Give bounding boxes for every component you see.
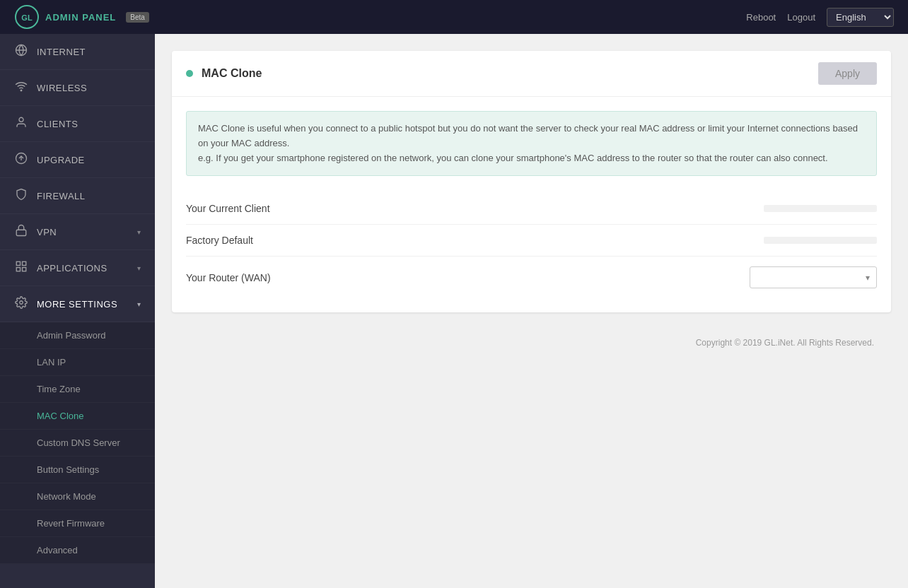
mac-clone-label: MAC Clone: [37, 411, 83, 421]
header: GL ADMIN PANEL Beta Reboot Logout Englis…: [0, 0, 908, 34]
sidebar-item-firewall[interactable]: FIREWALL: [0, 178, 155, 214]
upgrade-icon: [14, 152, 28, 167]
clients-icon: [14, 116, 28, 131]
sidebar-item-vpn[interactable]: VPN ▾: [0, 214, 155, 250]
header-actions: Reboot Logout English Chinese Japanese F…: [746, 8, 894, 27]
submenu-item-button-settings[interactable]: Button Settings: [0, 457, 155, 483]
factory-default-value: [327, 237, 877, 244]
internet-icon: [14, 44, 28, 59]
router-wan-label: Your Router (WAN): [186, 272, 327, 283]
svg-rect-9: [23, 261, 26, 265]
sidebar-item-internet[interactable]: INTERNET: [0, 34, 155, 70]
info-box: MAC Clone is useful when you connect to …: [186, 111, 877, 176]
sidebar-label-wireless: WIRELESS: [37, 83, 87, 93]
factory-default-mac-display: [764, 237, 877, 244]
layout: INTERNET WIRELESS CLIENTS UPGRADE FIREWA…: [0, 34, 908, 588]
current-client-value: [327, 205, 877, 212]
advanced-label: Advanced: [37, 545, 78, 555]
svg-rect-7: [16, 230, 26, 235]
sidebar-label-more-settings: MORE SETTINGS: [37, 299, 117, 310]
submenu-item-custom-dns[interactable]: Custom DNS Server: [0, 430, 155, 457]
router-wan-value: Current Client Factory Default: [327, 266, 877, 288]
more-settings-submenu: Admin Password LAN IP Time Zone MAC Clon…: [0, 322, 155, 564]
mac-clone-card: MAC Clone Apply MAC Clone is useful when…: [172, 51, 891, 312]
wireless-icon: [14, 80, 28, 95]
svg-point-12: [20, 301, 23, 305]
time-zone-label: Time Zone: [37, 384, 81, 394]
lan-ip-label: LAN IP: [37, 357, 66, 368]
footer: Copyright © 2019 GL.iNet. All Rights Res…: [172, 327, 891, 359]
router-wan-select-wrapper: Current Client Factory Default: [750, 266, 877, 288]
admin-panel-title: ADMIN PANEL: [45, 12, 116, 23]
svg-rect-8: [16, 261, 20, 265]
submenu-item-network-mode[interactable]: Network Mode: [0, 483, 155, 510]
card-header: MAC Clone Apply: [172, 51, 891, 97]
sidebar-label-applications: APPLICATIONS: [37, 263, 107, 274]
sidebar-item-upgrade[interactable]: UPGRADE: [0, 142, 155, 178]
sidebar-label-clients: CLIENTS: [37, 119, 78, 129]
submenu-item-admin-password[interactable]: Admin Password: [0, 322, 155, 349]
apply-button[interactable]: Apply: [818, 62, 877, 85]
logout-button[interactable]: Logout: [787, 12, 815, 23]
vpn-icon: [14, 224, 28, 240]
copyright-text: Copyright © 2019 GL.iNet. All Rights Res…: [696, 338, 874, 348]
sidebar-label-firewall: FIREWALL: [37, 191, 86, 201]
sidebar-label-internet: INTERNET: [37, 47, 86, 57]
network-mode-label: Network Mode: [37, 491, 96, 502]
factory-default-label: Factory Default: [186, 235, 327, 246]
sidebar-label-upgrade: UPGRADE: [37, 155, 85, 165]
beta-badge: Beta: [126, 12, 149, 23]
applications-arrow-icon: ▾: [137, 264, 141, 272]
svg-point-3: [21, 90, 22, 91]
applications-icon: [14, 260, 28, 276]
sidebar: INTERNET WIRELESS CLIENTS UPGRADE FIREWA…: [0, 34, 155, 588]
firewall-icon: [14, 188, 28, 204]
button-settings-label: Button Settings: [37, 464, 99, 475]
submenu-item-advanced[interactable]: Advanced: [0, 537, 155, 564]
svg-text:GL: GL: [21, 13, 33, 22]
language-select[interactable]: English Chinese Japanese French Spanish: [827, 8, 894, 27]
svg-rect-11: [16, 268, 20, 271]
custom-dns-label: Custom DNS Server: [37, 437, 120, 448]
current-client-mac-display: [764, 205, 877, 212]
sidebar-item-wireless[interactable]: WIRELESS: [0, 70, 155, 106]
sidebar-label-vpn: VPN: [37, 227, 57, 237]
vpn-arrow-icon: ▾: [137, 228, 141, 236]
svg-point-4: [19, 117, 23, 122]
svg-rect-10: [23, 268, 26, 271]
status-dot: [186, 70, 193, 77]
gl-inet-logo: GL: [14, 4, 40, 30]
submenu-item-revert-firmware[interactable]: Revert Firmware: [0, 510, 155, 537]
info-text: MAC Clone is useful when you connect to …: [198, 123, 858, 163]
card-title: MAC Clone: [202, 67, 818, 80]
reboot-button[interactable]: Reboot: [746, 12, 776, 23]
current-client-row: Your Current Client: [186, 193, 877, 225]
sidebar-item-applications[interactable]: APPLICATIONS ▾: [0, 250, 155, 286]
admin-password-label: Admin Password: [37, 330, 106, 341]
current-client-label: Your Current Client: [186, 203, 327, 214]
router-wan-row: Your Router (WAN) Current Client Factory…: [186, 257, 877, 298]
more-settings-arrow-icon: ▾: [137, 300, 141, 308]
sidebar-item-more-settings[interactable]: MORE SETTINGS ▾: [0, 286, 155, 322]
main-content: MAC Clone Apply MAC Clone is useful when…: [155, 34, 908, 588]
submenu-item-lan-ip[interactable]: LAN IP: [0, 349, 155, 376]
submenu-item-mac-clone[interactable]: MAC Clone: [0, 403, 155, 430]
revert-firmware-label: Revert Firmware: [37, 518, 105, 529]
sidebar-item-clients[interactable]: CLIENTS: [0, 106, 155, 142]
factory-default-row: Factory Default: [186, 225, 877, 257]
submenu-item-time-zone[interactable]: Time Zone: [0, 376, 155, 403]
card-body: MAC Clone is useful when you connect to …: [172, 97, 891, 312]
more-settings-icon: [14, 296, 28, 312]
logo: GL ADMIN PANEL Beta: [14, 4, 149, 30]
router-wan-select[interactable]: Current Client Factory Default: [750, 266, 877, 288]
